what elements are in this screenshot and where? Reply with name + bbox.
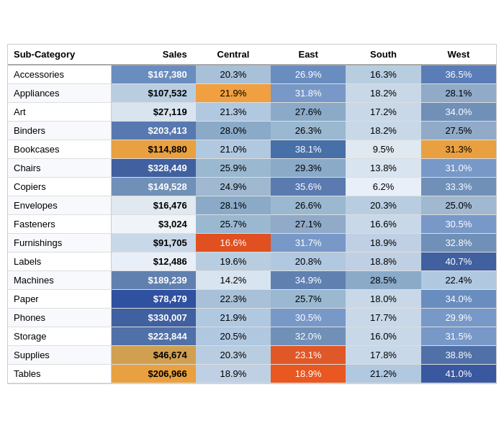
cell-east: 30.5% bbox=[271, 309, 346, 327]
cell-sales: $91,705 bbox=[111, 234, 195, 252]
cell-west: 33.3% bbox=[421, 178, 496, 196]
cell-west: 38.8% bbox=[421, 346, 496, 365]
table-row: Labels$12,48619.6%20.8%18.8%40.7% bbox=[8, 252, 496, 271]
cell-central: 24.9% bbox=[196, 178, 271, 196]
cell-central: 25.9% bbox=[196, 159, 271, 178]
cell-east: 31.7% bbox=[271, 234, 346, 252]
cell-central: 28.0% bbox=[196, 122, 271, 140]
cell-east: 25.7% bbox=[271, 290, 346, 309]
cell-east: 35.6% bbox=[271, 178, 346, 196]
cell-south: 17.7% bbox=[346, 309, 420, 327]
cell-south: 9.5% bbox=[346, 140, 420, 159]
cell-south: 18.8% bbox=[346, 252, 420, 271]
cell-central: 25.7% bbox=[196, 215, 271, 234]
cell-central: 21.9% bbox=[196, 309, 271, 327]
cell-sales: $167,380 bbox=[111, 65, 195, 84]
cell-west: 28.1% bbox=[421, 84, 496, 103]
cell-central: 14.2% bbox=[196, 271, 271, 290]
header-central: Central bbox=[196, 45, 271, 65]
table-row: Supplies$46,67420.3%23.1%17.8%38.8% bbox=[8, 346, 496, 365]
cell-east: 20.8% bbox=[271, 252, 346, 271]
cell-subcategory: Appliances bbox=[8, 84, 111, 103]
table-row: Bookcases$114,88021.0%38.1%9.5%31.3% bbox=[8, 140, 496, 159]
header-sales: Sales bbox=[111, 45, 195, 65]
table-row: Furnishings$91,70516.6%31.7%18.9%32.8% bbox=[8, 234, 496, 252]
cell-west: 31.3% bbox=[421, 140, 496, 159]
cell-east: 27.1% bbox=[271, 215, 346, 234]
table-row: Envelopes$16,47628.1%26.6%20.3%25.0% bbox=[8, 196, 496, 215]
cell-sales: $78,479 bbox=[111, 290, 195, 309]
cell-subcategory: Copiers bbox=[8, 178, 111, 196]
table-row: Tables$206,96618.9%18.9%21.2%41.0% bbox=[8, 365, 496, 383]
cell-central: 21.3% bbox=[196, 103, 271, 122]
cell-west: 25.0% bbox=[421, 196, 496, 215]
cell-subcategory: Binders bbox=[8, 122, 111, 140]
cell-south: 20.3% bbox=[346, 196, 420, 215]
cell-subcategory: Furnishings bbox=[8, 234, 111, 252]
header-east: East bbox=[271, 45, 346, 65]
cell-subcategory: Accessories bbox=[8, 65, 111, 84]
cell-south: 18.9% bbox=[346, 234, 420, 252]
cell-central: 21.9% bbox=[196, 84, 271, 103]
cell-sales: $3,024 bbox=[111, 215, 195, 234]
cell-central: 20.3% bbox=[196, 65, 271, 84]
cell-sales: $12,486 bbox=[111, 252, 195, 271]
cell-central: 20.3% bbox=[196, 346, 271, 365]
cell-subcategory: Tables bbox=[8, 365, 111, 383]
cell-east: 27.6% bbox=[271, 103, 346, 122]
cell-east: 26.9% bbox=[271, 65, 346, 84]
cell-south: 16.0% bbox=[346, 327, 420, 346]
cell-sales: $223,844 bbox=[111, 327, 195, 346]
cell-west: 22.4% bbox=[421, 271, 496, 290]
cell-west: 31.5% bbox=[421, 327, 496, 346]
cell-central: 28.1% bbox=[196, 196, 271, 215]
cell-west: 27.5% bbox=[421, 122, 496, 140]
table-row: Machines$189,23914.2%34.9%28.5%22.4% bbox=[8, 271, 496, 290]
table-row: Binders$203,41328.0%26.3%18.2%27.5% bbox=[8, 122, 496, 140]
table-row: Appliances$107,53221.9%31.8%18.2%28.1% bbox=[8, 84, 496, 103]
cell-central: 20.5% bbox=[196, 327, 271, 346]
cell-subcategory: Paper bbox=[8, 290, 111, 309]
cell-sales: $203,413 bbox=[111, 122, 195, 140]
cell-south: 16.3% bbox=[346, 65, 420, 84]
cell-sales: $206,966 bbox=[111, 365, 195, 383]
cell-south: 21.2% bbox=[346, 365, 420, 383]
table-row: Phones$330,00721.9%30.5%17.7%29.9% bbox=[8, 309, 496, 327]
data-table: Sub-Category Sales Central East South We… bbox=[7, 44, 497, 384]
cell-west: 34.0% bbox=[421, 290, 496, 309]
cell-south: 17.8% bbox=[346, 346, 420, 365]
cell-sales: $46,674 bbox=[111, 346, 195, 365]
cell-east: 23.1% bbox=[271, 346, 346, 365]
cell-south: 18.2% bbox=[346, 84, 420, 103]
cell-east: 38.1% bbox=[271, 140, 346, 159]
cell-east: 26.6% bbox=[271, 196, 346, 215]
header-south: South bbox=[346, 45, 420, 65]
cell-central: 18.9% bbox=[196, 365, 271, 383]
cell-subcategory: Envelopes bbox=[8, 196, 111, 215]
table-row: Fasteners$3,02425.7%27.1%16.6%30.5% bbox=[8, 215, 496, 234]
table-row: Paper$78,47922.3%25.7%18.0%34.0% bbox=[8, 290, 496, 309]
cell-sales: $328,449 bbox=[111, 159, 195, 178]
cell-west: 41.0% bbox=[421, 365, 496, 383]
cell-west: 32.8% bbox=[421, 234, 496, 252]
cell-sales: $16,476 bbox=[111, 196, 195, 215]
cell-west: 36.5% bbox=[421, 65, 496, 84]
cell-sales: $330,007 bbox=[111, 309, 195, 327]
header-subcategory: Sub-Category bbox=[8, 45, 111, 65]
table-row: Storage$223,84420.5%32.0%16.0%31.5% bbox=[8, 327, 496, 346]
cell-west: 30.5% bbox=[421, 215, 496, 234]
cell-central: 22.3% bbox=[196, 290, 271, 309]
cell-subcategory: Labels bbox=[8, 252, 111, 271]
table-row: Chairs$328,44925.9%29.3%13.8%31.0% bbox=[8, 159, 496, 178]
cell-central: 21.0% bbox=[196, 140, 271, 159]
cell-south: 18.0% bbox=[346, 290, 420, 309]
cell-south: 28.5% bbox=[346, 271, 420, 290]
cell-subcategory: Art bbox=[8, 103, 111, 122]
cell-east: 31.8% bbox=[271, 84, 346, 103]
cell-subcategory: Phones bbox=[8, 309, 111, 327]
cell-south: 13.8% bbox=[346, 159, 420, 178]
cell-east: 34.9% bbox=[271, 271, 346, 290]
cell-sales: $189,239 bbox=[111, 271, 195, 290]
cell-south: 16.6% bbox=[346, 215, 420, 234]
cell-sales: $107,532 bbox=[111, 84, 195, 103]
